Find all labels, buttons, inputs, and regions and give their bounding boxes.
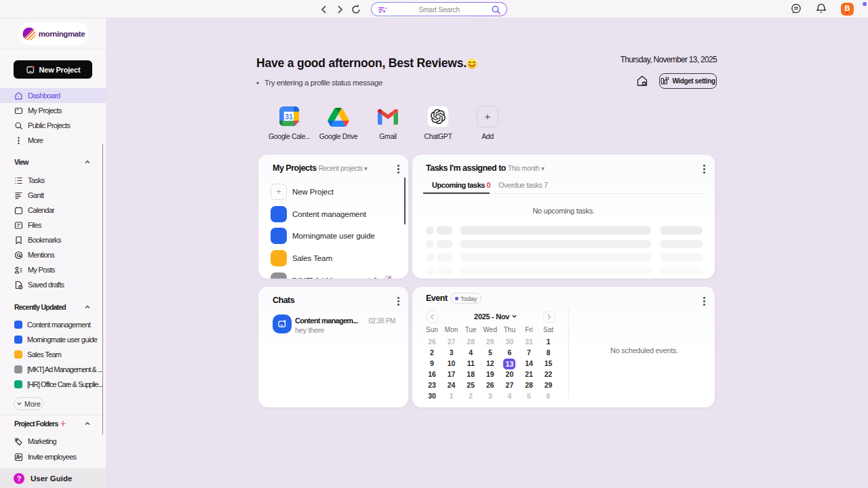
- svg-text:31: 31: [284, 113, 292, 121]
